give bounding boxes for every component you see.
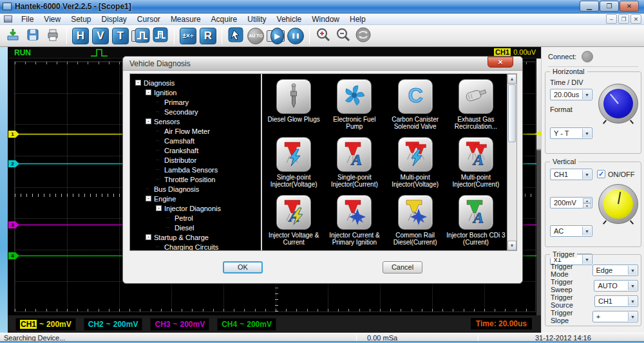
volts-div-spinner[interactable]: 200mV ▲▼ (550, 197, 592, 209)
tree-item-crankshaft[interactable]: ··Crankshaft (130, 145, 261, 155)
tree-item-sensors[interactable]: -Sensors (130, 116, 261, 126)
channel-readout-ch1[interactable]: CH1~200mV (15, 318, 76, 331)
channel-readout-ch2[interactable]: CH2~200mV (84, 318, 143, 331)
tile-multi-injector-voltage[interactable]: Multi-point Injector(Voltage) (385, 133, 446, 191)
trigger-mode-select[interactable]: Edge▼ (592, 264, 639, 276)
tree-item-distributor[interactable]: ··Distributor (130, 155, 261, 165)
menu-view[interactable]: View (39, 14, 66, 25)
cancel-button[interactable]: Cancel (383, 261, 422, 273)
tile-injector-spark[interactable]: Injector Current & Primary Ignition (324, 191, 384, 249)
close-button[interactable]: ✕ (620, 1, 639, 12)
zoom-in-button[interactable] (314, 27, 332, 45)
tile-fuel-pump[interactable]: Electronic Fuel Pump (324, 75, 384, 133)
horizontal-setup-button[interactable]: H (71, 27, 90, 45)
mdi-restore-button[interactable]: ❐ (618, 14, 629, 24)
vertical-knob[interactable] (598, 184, 638, 224)
autoset-button[interactable]: AU TO (247, 27, 265, 45)
run-button[interactable]: ▶ (267, 30, 285, 42)
open-button[interactable] (4, 27, 22, 45)
trigger-slope-select[interactable]: +▼ (592, 311, 638, 322)
tree-item-bus-diagnosis[interactable]: ··Bus Diagnosis (130, 184, 261, 194)
tree-item-secondary[interactable]: ··Secondary (130, 107, 261, 116)
tree-item-primary[interactable]: ··Primary (130, 97, 261, 107)
tile-common-rail[interactable]: Common Rail Diesel(Current) (385, 191, 446, 249)
tile-glow-plug[interactable]: Diesel Glow Plugs (263, 75, 324, 133)
dialog-close-button[interactable]: ✕ (488, 57, 513, 68)
menu-acquire[interactable]: Acquire (206, 14, 243, 25)
tile-injector-voltage[interactable]: Single-point Injector(Voltage) (263, 133, 324, 191)
channel-marker-ch1[interactable]: 1 (8, 131, 19, 138)
menu-setup[interactable]: Setup (66, 14, 96, 25)
tile-exhaust[interactable]: Exhaust Gas Recirculation... (446, 75, 506, 133)
dialog-title-bar[interactable]: Vehicle Diagnosis (123, 57, 522, 71)
mdi-close-button[interactable]: ✕ (630, 14, 641, 24)
pause-button[interactable]: ❚❚ (287, 27, 305, 45)
coupling-select[interactable]: AC▼ (550, 225, 592, 237)
tree-item-diesel[interactable]: ··Diesel (130, 223, 261, 232)
tree-item-air-flow-meter[interactable]: ··Air Flow Meter (130, 126, 261, 136)
menu-window[interactable]: Window (307, 14, 345, 25)
tile-bosch-cdi[interactable]: AInjector Bosch CDi 3 (Current) (446, 191, 506, 249)
menu-display[interactable]: Display (97, 14, 132, 25)
tree-item-petrol[interactable]: ··Petrol (130, 213, 261, 223)
tree-item-camshaft[interactable]: ··Camshaft (130, 136, 261, 145)
math-button[interactable]: ±×÷ (179, 27, 197, 45)
menu-file[interactable]: File (16, 14, 39, 25)
collapse-icon[interactable]: - (146, 118, 151, 124)
scroll-up-icon[interactable]: ▲ (507, 74, 516, 84)
menu-help[interactable]: Help (345, 14, 371, 25)
restore-button[interactable]: ❐ (600, 1, 619, 12)
cursor-tool-button[interactable] (227, 27, 245, 45)
tree-item-startup-charge[interactable]: -Startup & Charge (130, 232, 261, 242)
format-select[interactable]: Y - T▼ (550, 127, 592, 139)
save-button[interactable] (24, 27, 42, 45)
tile-canister-c[interactable]: CCarbon Canister Solenoid Valve (385, 75, 446, 133)
scroll-down-icon[interactable]: ▼ (507, 241, 516, 250)
zoom-out-button[interactable] (334, 27, 352, 45)
tree-item-throttle-position[interactable]: ··Throttle Position (130, 174, 261, 184)
menu-cursor[interactable]: Cursor (132, 14, 166, 25)
onoff-checkbox[interactable]: ✓ (597, 170, 605, 178)
scrollbar-thumb[interactable] (508, 84, 516, 142)
channel-marker-ch3[interactable]: 3 (8, 221, 19, 228)
tree-item-lambda-sensors[interactable]: ··Lambda Sensors (130, 165, 261, 174)
tile-injector-volt-curr[interactable]: AInjector Voltage & Current (263, 191, 324, 249)
time-div-select[interactable]: 20.00us▼ (550, 89, 592, 100)
screen-right-scrollbar[interactable] (536, 59, 541, 315)
tree-item-injector-diagnonis[interactable]: -Injector Diagnonis (130, 203, 261, 213)
spinner-arrows[interactable]: ▲▼ (583, 198, 591, 207)
vertical-setup-button[interactable]: V (91, 27, 109, 45)
tree-item-diagnosis[interactable]: -Diagnosis (130, 78, 261, 88)
collapse-icon[interactable]: - (146, 89, 151, 95)
trigger-setup-button[interactable]: T (111, 27, 129, 45)
horizontal-knob[interactable] (598, 84, 638, 124)
ok-button[interactable]: OK (223, 261, 263, 273)
tree-item-engine[interactable]: -Engine (130, 194, 261, 203)
channel-marker-ch2[interactable]: 2 (8, 160, 19, 167)
print-button[interactable] (44, 27, 62, 45)
channel-select[interactable]: CH1▼ (550, 169, 592, 180)
mdi-minimize-button[interactable]: – (606, 14, 617, 24)
collapse-icon[interactable]: - (135, 80, 141, 86)
tree-item-ignition[interactable]: -Ignition (130, 88, 261, 97)
channel-readout-ch4[interactable]: CH4~200mV (217, 318, 276, 331)
single-pulse-button[interactable] (131, 30, 149, 42)
pulse-trigger-button[interactable] (151, 27, 169, 45)
channel-readout-ch3[interactable]: CH3~200mV (150, 318, 209, 331)
menu-utility[interactable]: Utility (242, 14, 271, 25)
refresh-button[interactable] (354, 27, 372, 45)
tile-scrollbar[interactable]: ▲ ▼ (507, 74, 516, 250)
tile-multi-injector-current[interactable]: AMulti-point Injector(Current) (446, 133, 506, 191)
collapse-icon[interactable]: - (156, 205, 162, 211)
menu-vehicle[interactable]: Vehicle (272, 14, 307, 25)
trigger-sweep-select[interactable]: AUTO▼ (594, 280, 638, 292)
collapse-icon[interactable]: - (146, 234, 151, 240)
collapse-icon[interactable]: - (146, 196, 151, 201)
tree-item-charging-circuits[interactable]: ··Charging Circuits (130, 242, 261, 250)
minimize-button[interactable]: ▁ (580, 1, 599, 12)
channel-marker-ch4[interactable]: 4 (8, 252, 19, 259)
reference-button[interactable]: R (199, 27, 217, 45)
menu-measure[interactable]: Measure (166, 14, 206, 25)
tile-injector-current[interactable]: ASingle-ponit Injector(Current) (324, 133, 384, 191)
trigger-source-select[interactable]: CH1▼ (594, 295, 638, 307)
